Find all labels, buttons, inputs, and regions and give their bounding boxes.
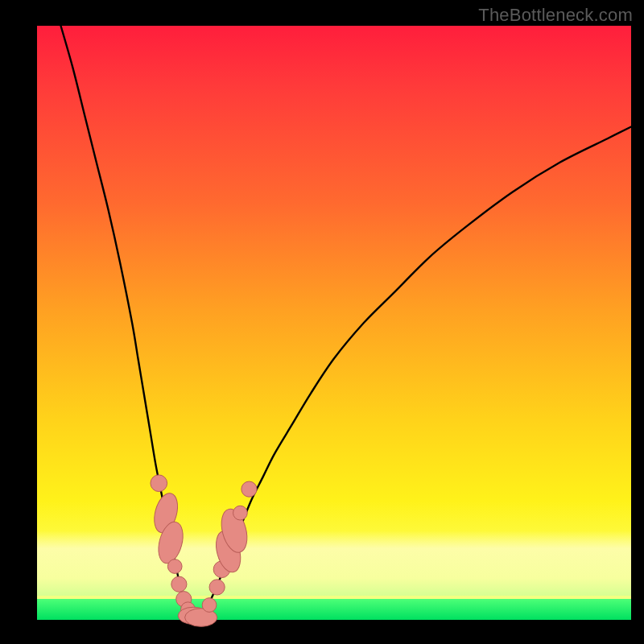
curve-layer [37,26,631,620]
curve-marker [202,598,217,613]
bottleneck-curve [61,26,631,618]
curve-right-branch [200,126,631,617]
curve-marker [171,576,187,592]
curve-marker [242,481,257,497]
chart-stage: TheBottleneck.com [0,0,644,644]
curve-markers [151,475,257,626]
watermark-text: TheBottleneck.com [478,5,633,26]
curve-marker [151,475,167,492]
plot-area [37,26,631,620]
curve-marker [167,559,182,574]
curve-marker [233,506,248,520]
curve-marker [209,580,225,595]
